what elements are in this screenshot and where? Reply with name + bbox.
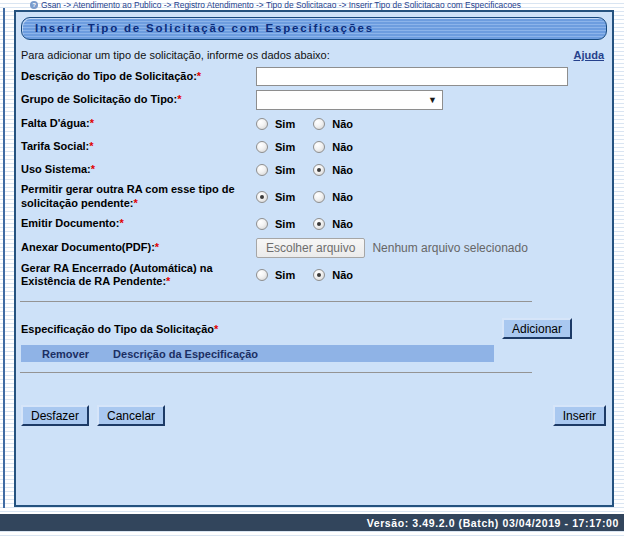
tarifa-social-label: Tarifa Social:: [21, 140, 89, 152]
emitir-documento-label: Emitir Documento:: [21, 217, 119, 229]
add-specification-button[interactable]: Adicionar: [502, 318, 572, 339]
required-asterisk: *: [177, 93, 181, 105]
grupo-label: Grupo de Solicitação do Tipo:: [21, 93, 177, 105]
breadcrumb: ? Gsan -> Atendimento ao Publico -> Regi…: [30, 0, 521, 10]
required-asterisk: *: [214, 323, 218, 335]
required-asterisk: *: [91, 163, 95, 175]
falta-dagua-radio-nao[interactable]: [313, 118, 325, 130]
field-row-anexar-documento: Anexar Documento(PDF):* Escolher arquivo…: [21, 238, 606, 258]
radio-label-nao: Não: [332, 218, 353, 230]
breadcrumb-text: Gsan -> Atendimento ao Publico -> Regist…: [41, 0, 521, 10]
field-row-grupo: Grupo de Solicitação do Tipo:* ▼: [21, 90, 606, 110]
undo-button[interactable]: Desfazer: [21, 405, 89, 426]
page-title: Inserir Tipo de Solicitação com Especifi…: [21, 17, 607, 40]
help-link[interactable]: Ajuda: [573, 49, 604, 61]
insert-button[interactable]: Inserir: [553, 405, 606, 426]
main-panel: Inserir Tipo de Solicitação com Especifi…: [14, 10, 614, 507]
version-footer-bar: Versão: 3.49.2.0 (Batch) 03/04/2019 - 17…: [0, 514, 624, 531]
falta-dagua-label: Falta D'água:: [21, 117, 90, 129]
intro-text: Para adicionar um tipo de solicitação, i…: [21, 49, 330, 61]
required-asterisk: *: [89, 140, 93, 152]
spec-table-header-row: Remover Descrição da Especificação: [21, 345, 494, 362]
permitir-gerar-ra-radio-sim[interactable]: [256, 191, 268, 203]
gerar-ra-encerrado-radio-sim[interactable]: [256, 269, 268, 281]
tarifa-social-radio-nao[interactable]: [313, 141, 325, 153]
permitir-gerar-ra-radio-nao[interactable]: [313, 191, 325, 203]
field-row-uso-sistema: Uso Sistema:* Sim Não: [21, 160, 606, 179]
gerar-ra-encerrado-label: Gerar RA Encerrado (Automática) na Exist…: [21, 262, 213, 288]
uso-sistema-radio-nao[interactable]: [313, 164, 325, 176]
radio-label-sim: Sim: [275, 218, 295, 230]
permitir-gerar-ra-label: Permitir gerar outra RA com esse tipo de…: [21, 183, 235, 209]
radio-label-nao: Não: [332, 141, 353, 153]
table-bottom-divider: [20, 372, 532, 373]
radio-label-sim: Sim: [275, 269, 295, 281]
radio-label-nao: Não: [332, 118, 353, 130]
gerar-ra-encerrado-radio-nao[interactable]: [313, 269, 325, 281]
version-text: Versão: 3.49.2.0 (Batch) 03/04/2019 - 17…: [367, 517, 619, 529]
required-asterisk: *: [155, 241, 159, 253]
radio-label-sim: Sim: [275, 141, 295, 153]
radio-label-nao: Não: [332, 164, 353, 176]
required-asterisk: *: [197, 70, 201, 82]
radio-label-nao: Não: [332, 191, 353, 203]
spec-table-header-remover: Remover: [42, 348, 89, 360]
field-row-emitir-documento: Emitir Documento:* Sim Não: [21, 215, 606, 234]
uso-sistema-label: Uso Sistema:: [21, 163, 91, 175]
field-row-falta-dagua: Falta D'água:* Sim Não: [21, 114, 606, 133]
required-asterisk: *: [166, 275, 170, 287]
radio-label-sim: Sim: [275, 164, 295, 176]
spec-table-header-descricao: Descrição da Especificação: [113, 348, 258, 360]
uso-sistema-radio-group: Sim Não: [256, 164, 353, 176]
required-asterisk: *: [133, 197, 137, 209]
field-row-gerar-ra-encerrado: Gerar RA Encerrado (Automática) na Exist…: [21, 262, 606, 290]
tarifa-social-radio-sim[interactable]: [256, 141, 268, 153]
falta-dagua-radio-sim[interactable]: [256, 118, 268, 130]
radio-label-sim: Sim: [275, 118, 295, 130]
file-status-text: Nenhum arquivo selecionado: [372, 241, 527, 255]
descricao-label: Descrição do Tipo de Solicitação:: [21, 70, 197, 82]
tarifa-social-radio-group: Sim Não: [256, 141, 353, 153]
uso-sistema-radio-sim[interactable]: [256, 164, 268, 176]
anexar-documento-label: Anexar Documento(PDF):: [21, 241, 155, 253]
spec-section-label: Especificação do Tipo da Solicitação: [21, 323, 214, 335]
emitir-documento-radio-nao[interactable]: [313, 218, 325, 230]
radio-label-nao: Não: [332, 269, 353, 281]
field-row-permitir-gerar-ra: Permitir gerar outra RA com esse tipo de…: [21, 183, 606, 211]
grupo-select[interactable]: ▼: [256, 90, 443, 110]
help-icon: ?: [30, 1, 38, 9]
screen: ? Gsan -> Atendimento ao Publico -> Regi…: [0, 0, 624, 537]
left-frame-divider: [3, 8, 5, 508]
required-asterisk: *: [90, 117, 94, 129]
gerar-ra-encerrado-radio-group: Sim Não: [256, 269, 353, 281]
required-asterisk: *: [119, 217, 123, 229]
field-row-tarifa-social: Tarifa Social:* Sim Não: [21, 137, 606, 156]
emitir-documento-radio-group: Sim Não: [256, 218, 353, 230]
dropdown-arrow-icon: ▼: [428, 95, 437, 105]
falta-dagua-radio-group: Sim Não: [256, 118, 353, 130]
choose-file-button[interactable]: Escolher arquivo: [256, 238, 365, 258]
field-row-descricao: Descrição do Tipo de Solicitação:*: [21, 67, 606, 86]
emitir-documento-radio-sim[interactable]: [256, 218, 268, 230]
descricao-input[interactable]: [256, 67, 568, 86]
section-divider: [20, 301, 532, 302]
permitir-gerar-ra-radio-group: Sim Não: [256, 191, 353, 203]
radio-label-sim: Sim: [275, 191, 295, 203]
cancel-button[interactable]: Cancelar: [97, 405, 165, 426]
